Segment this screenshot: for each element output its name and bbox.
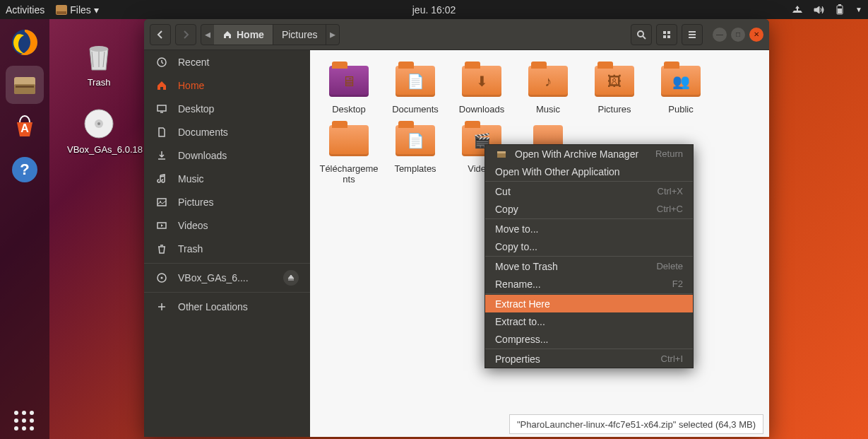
folder-icon: 🖼 (595, 66, 634, 100)
menu-item-label: Open With Other Application (495, 166, 620, 177)
window-minimize-button[interactable]: — (713, 28, 727, 42)
dock-show-apps[interactable] (0, 411, 49, 432)
view-toggle-button[interactable] (656, 24, 677, 45)
folder-icon: ⬇ (462, 66, 501, 100)
network-icon[interactable] (792, 4, 803, 16)
sidebar-item-other-locations[interactable]: Other Locations (144, 292, 310, 318)
sidebar-item-desktop[interactable]: Desktop (144, 97, 310, 120)
svg-point-25 (161, 277, 163, 279)
file-label: Downloads (451, 104, 512, 115)
nav-forward-button[interactable] (175, 24, 196, 45)
file-item[interactable]: 👥Public (649, 63, 713, 118)
dock: A ? (0, 19, 49, 439)
sidebar: RecentHomeDesktopDocumentsDownloadsMusic… (144, 50, 310, 437)
sidebar-item-trash[interactable]: Trash (144, 237, 310, 260)
sidebar-item-music[interactable]: Music (144, 167, 310, 190)
hamburger-menu-button[interactable] (682, 24, 703, 45)
svg-rect-27 (497, 153, 506, 158)
menu-item-label: Cut (495, 186, 511, 197)
menu-item-properties[interactable]: PropertiesCtrl+I (485, 350, 693, 368)
chevron-down-icon[interactable]: ▼ (855, 6, 862, 13)
menu-item-copy-to[interactable]: Copy to... (485, 238, 693, 255)
eject-icon[interactable] (283, 270, 299, 286)
videos-icon (155, 220, 168, 231)
music-icon (155, 173, 168, 185)
sidebar-item-label: Music (178, 173, 204, 185)
pictures-icon (155, 197, 168, 208)
sidebar-item-label: Other Locations (178, 301, 248, 312)
file-item[interactable]: Téléchargements (317, 122, 381, 213)
dock-help[interactable]: ? (6, 151, 44, 189)
archive-manager-icon (495, 148, 508, 160)
file-item[interactable]: 📄Documents (384, 63, 447, 118)
file-label: Documents (385, 104, 446, 115)
menu-accelerator: Ctrl+I (661, 353, 683, 364)
dock-files[interactable] (6, 66, 44, 104)
svg-rect-2 (838, 4, 841, 6)
folder-icon (329, 125, 369, 159)
file-item[interactable]: ♪Music (516, 63, 580, 118)
menu-item-open-with-archive-manager[interactable]: Open With Archive ManagerReturn (485, 145, 693, 163)
menu-item-label: Properties (495, 353, 540, 365)
disc-icon (155, 272, 168, 283)
svg-rect-1 (838, 8, 842, 13)
sidebar-item-label: Recent (178, 57, 209, 68)
menu-accelerator: Ctrl+C (657, 204, 683, 214)
menu-item-label: Compress... (495, 334, 548, 345)
desktop-vbox-disc[interactable]: VBox_GAs_6.0.18 (67, 106, 131, 155)
sidebar-item-label: Trash (178, 243, 203, 254)
path-segment-pictures[interactable]: Pictures (273, 25, 327, 45)
downloads-icon (155, 150, 168, 161)
menu-item-label: Move to... (495, 223, 538, 235)
window-close-button[interactable]: ✕ (749, 28, 763, 42)
svg-rect-20 (157, 105, 166, 111)
menu-item-cut[interactable]: CutCtrl+X (485, 182, 693, 200)
search-button[interactable] (631, 24, 652, 45)
sidebar-item-downloads[interactable]: Downloads (144, 144, 310, 167)
menu-item-rename[interactable]: Rename...F2 (485, 275, 693, 293)
clock[interactable]: jeu. 16:02 (412, 4, 456, 16)
nav-back-button[interactable] (150, 24, 171, 45)
menu-separator (485, 256, 693, 257)
path-root-chevron[interactable]: ◂ (201, 28, 214, 41)
file-item[interactable]: ⬇Downloads (450, 63, 513, 118)
sidebar-item-label: Home (178, 80, 204, 91)
sidebar-item-home[interactable]: Home (144, 74, 310, 97)
menu-item-move-to[interactable]: Move to... (485, 220, 693, 238)
menu-item-compress[interactable]: Compress... (485, 330, 693, 348)
svg-rect-15 (663, 31, 666, 34)
battery-icon[interactable] (834, 4, 845, 16)
menu-item-extract-here[interactable]: Extract Here (485, 295, 693, 312)
menu-accelerator: Delete (656, 261, 683, 271)
menu-item-label: Copy (495, 204, 518, 215)
activities-button[interactable]: Activities (6, 4, 44, 16)
menu-item-label: Extract Here (495, 298, 550, 310)
chevron-down-icon: ▾ (94, 4, 99, 16)
dock-software[interactable]: A (6, 108, 44, 146)
file-item[interactable]: 🖥Desktop (317, 63, 381, 118)
path-segment-home[interactable]: Home (214, 25, 273, 45)
sidebar-item-label: VBox_GAs_6.... (178, 272, 249, 283)
window-maximize-button[interactable]: □ (731, 28, 745, 42)
file-label: Public (650, 104, 711, 115)
menu-item-label: Move to Trash (495, 261, 558, 272)
sidebar-item-pictures[interactable]: Pictures (144, 190, 310, 213)
files-app-menu[interactable]: Files ▾ (56, 4, 99, 16)
menu-item-copy[interactable]: CopyCtrl+C (485, 200, 693, 218)
sidebar-item-vbox-gas-[interactable]: VBox_GAs_6.... (144, 263, 310, 289)
menu-item-move-to-trash[interactable]: Move to TrashDelete (485, 257, 693, 275)
sidebar-item-videos[interactable]: Videos (144, 213, 310, 237)
file-label: Téléchargements (319, 163, 379, 185)
desktop-trash[interactable]: Trash (67, 39, 131, 88)
volume-icon[interactable] (813, 4, 824, 16)
sidebar-item-recent[interactable]: Recent (144, 50, 310, 74)
sidebar-item-documents[interactable]: Documents (144, 120, 310, 144)
folder-icon: ♪ (528, 66, 568, 100)
menu-item-extract-to[interactable]: Extract to... (485, 312, 693, 330)
file-item[interactable]: 📄Templates (384, 122, 447, 213)
menu-item-open-with-other-application[interactable]: Open With Other Application (485, 163, 693, 180)
dock-firefox[interactable] (6, 23, 44, 62)
file-item[interactable]: 🖼Pictures (583, 63, 646, 118)
path-more-chevron[interactable]: ▸ (326, 28, 339, 41)
svg-point-14 (638, 31, 643, 37)
